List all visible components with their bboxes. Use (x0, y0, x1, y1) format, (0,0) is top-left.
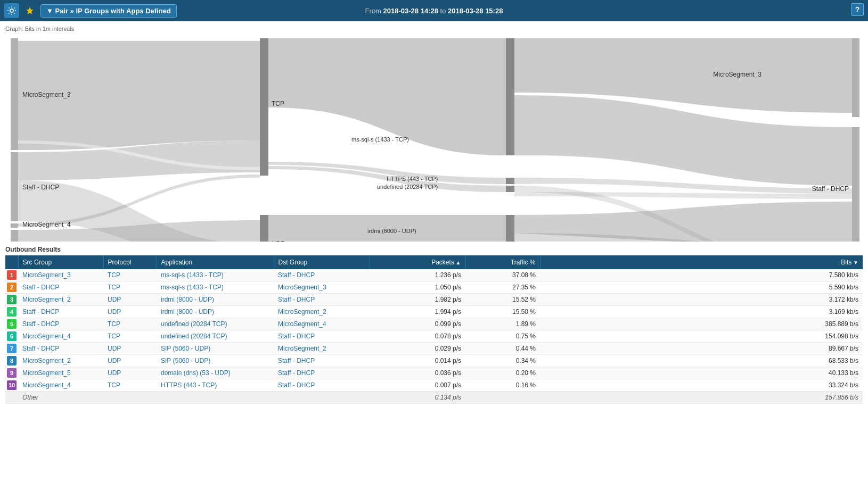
other-index (5, 392, 18, 404)
row-dst-group[interactable]: MicroSegment_4 (274, 318, 370, 330)
row-src-group[interactable]: Staff - DHCP (18, 306, 103, 318)
row-traffic-pct: 0.44 % (465, 343, 540, 355)
svg-rect-12 (506, 186, 514, 192)
row-protocol[interactable]: TCP (103, 330, 157, 343)
row-index: 2 (5, 281, 18, 294)
row-src-group[interactable]: Staff - DHCP (18, 318, 103, 330)
row-bits: 385.889 b/s (540, 318, 863, 330)
row-application[interactable]: undefined (20284 TCP) (157, 318, 274, 330)
results-table: Src Group Protocol Application Dst Group… (5, 255, 863, 404)
row-packets: 1.982 p/s (370, 294, 465, 306)
sankey-chart: MicroSegment_3 Staff - DHCP MicroSegment… (5, 34, 863, 242)
svg-marker-1 (26, 7, 34, 14)
row-packets: 0.099 p/s (370, 318, 465, 330)
row-index: 8 (5, 355, 18, 367)
col-bits[interactable]: Bits (540, 255, 863, 269)
row-src-group[interactable]: Staff - DHCP (18, 281, 103, 294)
row-src-group[interactable]: MicroSegment_5 (18, 367, 103, 379)
svg-rect-5 (11, 223, 18, 228)
table-row: 10 MicroSegment_4 TCP HTTPS (443 - TCP) … (5, 379, 863, 392)
svg-text:MicroSegment_3: MicroSegment_3 (22, 91, 71, 98)
row-traffic-pct: 0.75 % (465, 330, 540, 343)
row-application[interactable]: HTTPS (443 - TCP) (157, 379, 274, 392)
row-protocol[interactable]: UDP (103, 306, 157, 318)
row-traffic-pct: 15.52 % (465, 294, 540, 306)
row-protocol[interactable]: UDP (103, 343, 157, 355)
row-dst-group[interactable]: Staff - DHCP (274, 330, 370, 343)
row-protocol[interactable]: UDP (103, 355, 157, 367)
row-traffic-pct: 0.20 % (465, 367, 540, 379)
row-dst-group[interactable]: MicroSegment_3 (274, 281, 370, 294)
breadcrumb-title[interactable]: ▼ Pair » IP Groups with Apps Defined (40, 4, 177, 18)
table-row: 5 Staff - DHCP TCP undefined (20284 TCP)… (5, 318, 863, 330)
col-dst-group[interactable]: Dst Group (274, 255, 370, 269)
row-packets: 0.036 p/s (370, 367, 465, 379)
header-left: ▼ Pair » IP Groups with Apps Defined (4, 3, 177, 18)
row-dst-group[interactable]: Staff - DHCP (274, 379, 370, 392)
row-dst-group[interactable]: MicroSegment_2 (274, 343, 370, 355)
row-application[interactable]: irdmi (8000 - UDP) (157, 294, 274, 306)
table-header: Src Group Protocol Application Dst Group… (5, 255, 863, 269)
col-application[interactable]: Application (157, 255, 274, 269)
col-packets[interactable]: Packets (370, 255, 465, 269)
table-row: 9 MicroSegment_5 UDP domain (dns) (53 - … (5, 367, 863, 379)
row-dst-group[interactable]: Staff - DHCP (274, 294, 370, 306)
row-bits: 3.169 kb/s (540, 306, 863, 318)
row-application[interactable]: ms-sql-s (1433 - TCP) (157, 269, 274, 281)
header: ▼ Pair » IP Groups with Apps Defined Fro… (0, 0, 868, 21)
row-application[interactable]: ms-sql-s (1433 - TCP) (157, 281, 274, 294)
table-section: Outbound Results Src Group Protocol Appl… (0, 244, 868, 408)
row-traffic-pct: 0.34 % (465, 355, 540, 367)
row-dst-group[interactable]: MicroSegment_2 (274, 306, 370, 318)
sankey-svg: MicroSegment_3 Staff - DHCP MicroSegment… (5, 34, 863, 242)
row-src-group[interactable]: MicroSegment_4 (18, 379, 103, 392)
row-index: 4 (5, 306, 18, 318)
row-application[interactable]: SIP (5060 - UDP) (157, 355, 274, 367)
header-time: From 2018-03-28 14:28 to 2018-03-28 15:2… (365, 7, 503, 15)
col-protocol[interactable]: Protocol (103, 255, 157, 269)
row-src-group[interactable]: MicroSegment_4 (18, 330, 103, 343)
svg-text:undefined (20284 TCP): undefined (20284 TCP) (377, 184, 438, 190)
row-src-group[interactable]: MicroSegment_3 (18, 269, 103, 281)
row-src-group[interactable]: Staff - DHCP (18, 343, 103, 355)
row-bits: 3.172 kb/s (540, 294, 863, 306)
row-traffic-pct: 0.16 % (465, 379, 540, 392)
row-protocol[interactable]: TCP (103, 269, 157, 281)
row-application[interactable]: irdmi (8000 - UDP) (157, 306, 274, 318)
row-src-group[interactable]: MicroSegment_2 (18, 355, 103, 367)
star-icon[interactable] (22, 3, 37, 18)
row-application[interactable]: domain (dns) (53 - UDP) (157, 367, 274, 379)
svg-rect-16 (852, 38, 859, 117)
row-packets: 0.078 p/s (370, 330, 465, 343)
row-bits: 40.133 b/s (540, 367, 863, 379)
row-dst-group[interactable]: Staff - DHCP (274, 367, 370, 379)
svg-text:Staff - DHCP: Staff - DHCP (22, 184, 59, 191)
help-button[interactable]: ? (851, 3, 864, 16)
gear-icon[interactable] (4, 3, 19, 18)
other-label: Other (18, 392, 370, 404)
row-index: 5 (5, 318, 18, 330)
svg-rect-13 (506, 215, 514, 242)
svg-text:UDP: UDP (272, 240, 285, 242)
row-protocol[interactable]: TCP (103, 281, 157, 294)
row-application[interactable]: SIP (5060 - UDP) (157, 343, 274, 355)
row-dst-group[interactable]: Staff - DHCP (274, 355, 370, 367)
row-dst-group[interactable]: Staff - DHCP (274, 269, 370, 281)
row-protocol[interactable]: TCP (103, 318, 157, 330)
row-src-group[interactable]: MicroSegment_2 (18, 294, 103, 306)
row-index: 3 (5, 294, 18, 306)
row-protocol[interactable]: TCP (103, 379, 157, 392)
col-src-group[interactable]: Src Group (18, 255, 103, 269)
row-bits: 89.667 b/s (540, 343, 863, 355)
row-application[interactable]: undefined (20284 TCP) (157, 330, 274, 343)
other-traffic-pct (465, 392, 540, 404)
svg-rect-8 (260, 38, 268, 176)
svg-point-0 (10, 9, 13, 12)
svg-text:Staff - DHCP: Staff - DHCP (812, 185, 849, 193)
row-traffic-pct: 1.89 % (465, 318, 540, 330)
row-protocol[interactable]: UDP (103, 367, 157, 379)
col-traffic-pct[interactable]: Traffic % (465, 255, 540, 269)
row-index: 7 (5, 343, 18, 355)
svg-rect-3 (11, 38, 18, 150)
row-protocol[interactable]: UDP (103, 294, 157, 306)
